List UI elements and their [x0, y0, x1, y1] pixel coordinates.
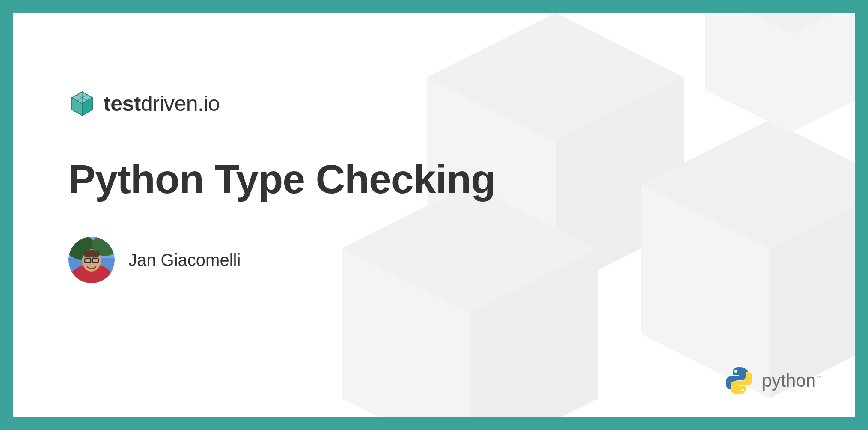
banner-card: testdriven.io Python Type Checking [13, 13, 855, 417]
brand-name-bold: test [104, 92, 141, 116]
svg-point-13 [734, 370, 737, 373]
author-name: Jan Giacomelli [128, 251, 241, 270]
python-badge: python™ [724, 366, 821, 396]
svg-point-14 [741, 389, 744, 391]
author-avatar [68, 237, 115, 283]
cube-logo-icon [68, 90, 96, 117]
author-block: Jan Giacomelli [68, 237, 855, 283]
page-title: Python Type Checking [68, 156, 855, 203]
brand-logo: testdriven.io [68, 90, 855, 117]
python-label: python™ [762, 370, 821, 391]
brand-name: testdriven.io [104, 91, 220, 116]
python-tm: ™ [817, 374, 822, 380]
python-logo-icon [724, 366, 754, 396]
brand-name-light: driven.io [141, 92, 220, 116]
python-text: python [762, 370, 816, 391]
content-wrapper: testdriven.io Python Type Checking [13, 13, 855, 283]
